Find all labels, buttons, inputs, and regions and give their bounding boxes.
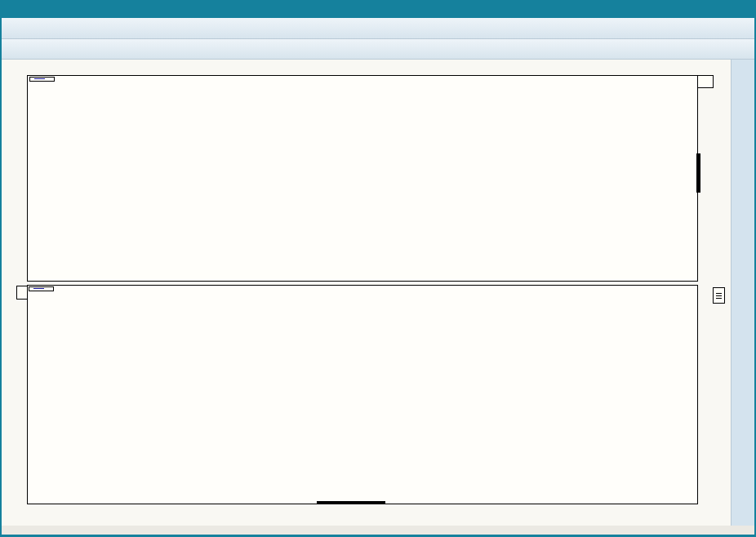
drawing-toolbar — [731, 60, 754, 526]
right-axis-scroll-thumb[interactable] — [696, 153, 700, 193]
statusbar — [2, 526, 754, 535]
cmo-chart-svg — [28, 286, 697, 504]
chart-workspace — [2, 60, 731, 526]
pane-handle[interactable] — [16, 286, 28, 300]
percent-axis-box[interactable] — [697, 75, 714, 88]
cmo-legend[interactable] — [29, 286, 54, 291]
price-legend[interactable] — [29, 77, 55, 82]
window-titlebar[interactable] — [0, 0, 756, 18]
cmo-pane[interactable] — [27, 285, 698, 504]
pane-grip-icon[interactable] — [713, 287, 725, 304]
bottom-axis-scroll-thumb[interactable] — [317, 501, 385, 504]
toolbar-main — [2, 18, 754, 39]
toolbar-secondary — [2, 39, 754, 60]
price-legend-line-swatch — [34, 78, 45, 79]
cmo-legend-line-swatch — [33, 288, 44, 289]
price-chart-svg — [28, 76, 697, 281]
window-border-left — [0, 18, 2, 535]
price-pane[interactable] — [27, 75, 698, 282]
app-window — [0, 0, 756, 537]
